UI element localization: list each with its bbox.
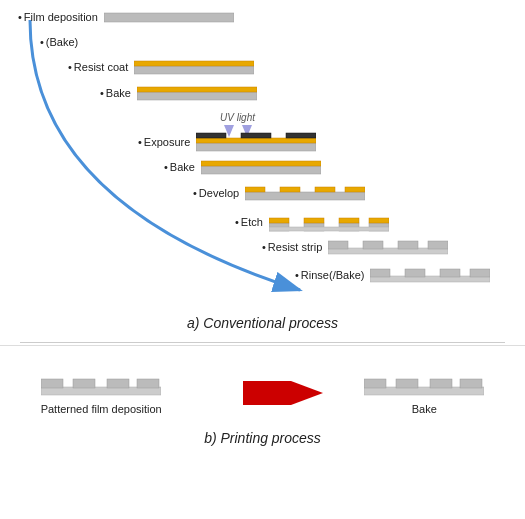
svg-rect-24	[304, 218, 324, 223]
b-item-arrow	[203, 381, 323, 405]
main-container: UV light Film deposition (Bake) Resist c…	[0, 0, 525, 519]
section-a-title: a) Conventional process	[187, 315, 338, 331]
svg-rect-12	[201, 161, 321, 166]
step-label-bake3: Bake	[164, 161, 195, 173]
svg-rect-13	[245, 192, 365, 200]
svg-rect-5	[137, 87, 257, 92]
wafer-film-deposition	[104, 10, 234, 24]
wafer-patterned-b	[41, 371, 161, 399]
step-label-etch: Etch	[235, 216, 263, 228]
svg-rect-30	[398, 241, 418, 249]
svg-rect-35	[440, 269, 460, 277]
step-resist-coat: Resist coat	[68, 58, 254, 75]
svg-rect-11	[201, 166, 321, 174]
svg-rect-40	[107, 379, 129, 388]
step-label-resist-strip: Resist strip	[262, 241, 322, 253]
svg-rect-17	[345, 187, 365, 192]
step-label-rinse: Rinse(/Bake)	[295, 269, 364, 281]
curved-arrow	[10, 5, 330, 305]
gradient-arrow-svg	[203, 381, 323, 405]
svg-rect-25	[339, 218, 359, 223]
b-label-patterned: Patterned film deposition	[41, 403, 162, 415]
svg-rect-3	[134, 61, 254, 66]
svg-rect-45	[364, 379, 386, 388]
svg-rect-1	[104, 13, 234, 22]
svg-rect-2	[134, 66, 254, 74]
wafer-etch	[269, 212, 389, 232]
section-a-label: a) Conventional process	[187, 314, 338, 332]
b-item-patterned: Patterned film deposition	[41, 371, 162, 415]
svg-rect-36	[470, 269, 490, 277]
svg-rect-9	[241, 133, 271, 138]
svg-rect-23	[269, 218, 289, 223]
svg-rect-34	[405, 269, 425, 277]
wafer-develop	[245, 184, 365, 201]
step-bake1: (Bake)	[40, 36, 78, 48]
svg-rect-7	[196, 138, 316, 143]
svg-rect-29	[363, 241, 383, 249]
svg-rect-38	[41, 379, 63, 388]
svg-rect-31	[428, 241, 448, 249]
step-label-resist-coat: Resist coat	[68, 61, 128, 73]
wafer-exposure	[196, 132, 316, 152]
svg-rect-39	[73, 379, 95, 388]
b-label-bake: Bake	[412, 403, 437, 415]
svg-rect-22	[269, 227, 389, 231]
step-label-exposure: Exposure	[138, 136, 190, 148]
step-etch: Etch	[235, 212, 389, 232]
uv-label: UV light	[220, 112, 255, 123]
svg-rect-10	[286, 133, 316, 138]
svg-rect-48	[460, 379, 482, 388]
section-a: UV light Film deposition (Bake) Resist c…	[0, 0, 525, 340]
section-b-title: b) Printing process	[204, 430, 321, 446]
wafer-resist-coat	[134, 58, 254, 75]
step-label-film-deposition: Film deposition	[18, 11, 98, 23]
svg-rect-14	[245, 187, 265, 192]
step-bake2: Bake	[100, 84, 257, 101]
b-item-bake: Bake	[364, 371, 484, 415]
section-b-label: b) Printing process	[204, 429, 321, 447]
svg-rect-47	[430, 379, 452, 388]
svg-rect-41	[137, 379, 159, 388]
wafer-rinse	[370, 266, 490, 284]
section-b-content: Patterned film deposition	[0, 356, 525, 415]
svg-rect-15	[280, 187, 300, 192]
svg-rect-8	[196, 133, 226, 138]
step-label-bake1: (Bake)	[40, 36, 78, 48]
svg-rect-33	[370, 269, 390, 277]
wafer-bake3	[201, 158, 321, 175]
svg-rect-46	[396, 379, 418, 388]
step-film-deposition: Film deposition	[18, 10, 234, 24]
wafer-bake2	[137, 84, 257, 101]
step-exposure: Exposure	[138, 132, 316, 152]
wafer-resist-strip	[328, 238, 448, 256]
step-resist-strip: Resist strip	[262, 238, 448, 256]
svg-rect-28	[328, 241, 348, 249]
step-label-bake2: Bake	[100, 87, 131, 99]
svg-rect-4	[137, 92, 257, 100]
svg-rect-16	[315, 187, 335, 192]
step-bake3: Bake	[164, 158, 321, 175]
wafer-bake-b	[364, 371, 484, 399]
section-divider	[20, 342, 505, 343]
step-rinse: Rinse(/Bake)	[295, 266, 490, 284]
svg-rect-6	[196, 143, 316, 151]
step-label-develop: Develop	[193, 187, 239, 199]
section-b: Patterned film deposition	[0, 345, 525, 519]
step-develop: Develop	[193, 184, 365, 201]
svg-rect-26	[369, 218, 389, 223]
